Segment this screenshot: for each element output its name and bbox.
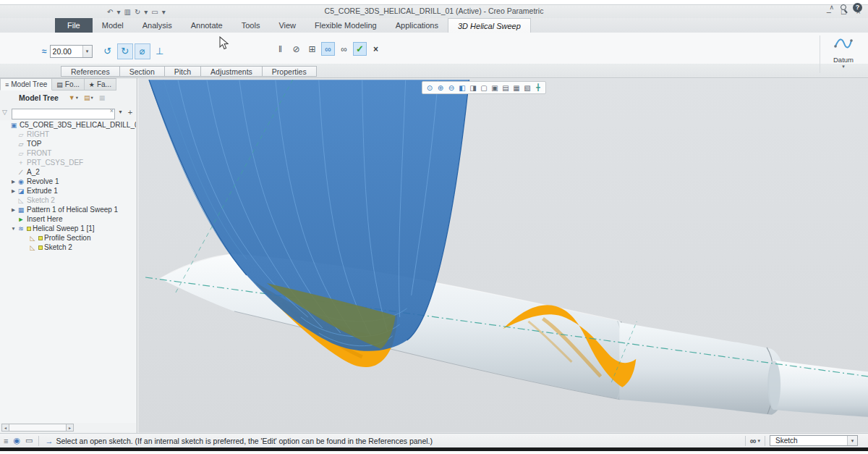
selection-filter-caret[interactable]: ▾ [847, 436, 857, 445]
no-preview-button[interactable]: ⊘ [289, 42, 303, 56]
tree-item[interactable]: ► Insert Here [0, 214, 136, 224]
expand-arrow[interactable]: ▶ [10, 188, 17, 194]
ribbon-tab[interactable]: File [55, 18, 93, 33]
through-axis-icon[interactable]: ⌀ [135, 43, 150, 59]
find-icon[interactable]: ∞ [750, 436, 757, 446]
tree-item[interactable]: ▣ C5_CORE_3DS_HELICAL_DRILL_01.PR [0, 120, 136, 130]
regenerate-icon[interactable]: ↻ [135, 7, 140, 18]
spin-center-icon[interactable]: ╋ [533, 83, 543, 93]
axis-icon: ∕ [17, 169, 25, 176]
pitch-value-input[interactable] [51, 46, 82, 57]
graphics-area[interactable]: ⊙⊕⊖◧◨▢▣▤▦▧╋ [138, 78, 868, 433]
capture-image-icon[interactable]: ▣ [490, 83, 500, 93]
pause-button[interactable]: ‖ [273, 42, 287, 56]
tree-item[interactable]: + PRT_CSYS_DEF [0, 158, 136, 167]
panel-tab[interactable]: Section [119, 66, 165, 77]
tree-item[interactable]: ▱ TOP [0, 139, 136, 148]
ribbon-tab[interactable]: Analysis [133, 18, 182, 33]
tab-folder-browser[interactable]: ▤ Fo... [52, 78, 85, 91]
tree-item[interactable]: ▱ FRONT [0, 148, 136, 158]
expand-arrow[interactable]: ▼ [10, 226, 17, 231]
web-browser-icon[interactable]: ◉ [13, 436, 20, 445]
tree-item[interactable]: ▶ ◪ Extrude 1 [0, 186, 136, 196]
full-window-icon[interactable]: ▭ [25, 436, 33, 445]
command-search-icon[interactable] [841, 4, 846, 10]
tree-item[interactable]: ∕ A_2 [0, 167, 136, 177]
helical-sweep-dashboard: ≈ ▾ ↺↻⌀⊥ ‖⊘⊞∞∞✓× [0, 33, 868, 64]
navigator-panel: ≡ Model Tree ▤ Fo... ★ Fa... Model Tree [0, 78, 137, 433]
panel-tab[interactable]: Adjustments [200, 66, 263, 77]
display-style-icon[interactable]: ◨ [468, 83, 478, 93]
scroll-left-arrow[interactable]: ◂ [1, 424, 9, 432]
window-icon[interactable]: ▭ [151, 7, 158, 18]
capture-icon[interactable]: ▥ [124, 7, 130, 18]
panel-tab[interactable]: Pitch [164, 66, 201, 77]
find-caret[interactable]: ▾ [757, 438, 760, 444]
datum-plane-icon: ▱ [17, 140, 25, 148]
tree-item[interactable]: ▱ RIGHT [0, 130, 136, 139]
datum-spline-icon[interactable] [834, 35, 853, 52]
search-options-caret[interactable]: ▾ [116, 109, 124, 115]
tree-item[interactable]: ▼ ≋ b Helical Sweep 1 [1] [0, 224, 136, 233]
attached-preview-button[interactable]: ∞ [321, 42, 335, 56]
ribbon-tab[interactable]: Applications [386, 18, 448, 33]
cancel-button[interactable]: × [369, 42, 383, 56]
right-handed-icon[interactable]: ↻ [117, 43, 133, 59]
help-icon[interactable]: ? [853, 3, 862, 12]
ok-button[interactable]: ✓ [353, 42, 367, 56]
tree-toolbar-icons: ▼ ▾ ▤ ▾ ▦ [69, 94, 106, 101]
pitch-dropdown-arrow[interactable]: ▾ [82, 46, 92, 57]
zoom-in-icon[interactable]: ⊕ [435, 83, 446, 93]
tree-item[interactable]: ◺ b Sketch 2 [0, 243, 136, 252]
tree-horizontal-scrollbar[interactable]: ◂ ▸ [1, 424, 74, 432]
panel-tab[interactable]: Properties [262, 66, 317, 77]
annotation-display-icon[interactable]: ▧ [522, 83, 532, 93]
tree-item[interactable]: ▶ ◉ Revolve 1 [0, 177, 136, 186]
dropdown-caret[interactable]: ▾ [76, 95, 78, 101]
tree-item[interactable]: ◺ b Profile Section [0, 233, 136, 243]
ribbon-tab[interactable]: Annotate [182, 18, 232, 33]
selection-filter-combo[interactable]: Sketch ▾ [770, 435, 858, 446]
minimize-ribbon-icon[interactable]: ∧ [829, 4, 834, 11]
filter-funnel-icon[interactable]: ▽ [2, 109, 10, 116]
scroll-right-arrow[interactable]: ▸ [66, 424, 74, 432]
undo-icon[interactable]: ↶ [107, 7, 113, 18]
tree-item-label: Pattern 1 of Helical Sweep 1 [27, 206, 118, 214]
feature-options-button[interactable]: ⊞ [305, 42, 319, 56]
model-tree-title: Model Tree [19, 93, 59, 102]
regenerate-menu-arrow[interactable]: ▾ [144, 7, 148, 18]
datum-group-arrow[interactable]: ▾ [823, 64, 864, 70]
refit-icon[interactable]: ⊙ [425, 83, 435, 93]
repaint-icon[interactable]: ◧ [457, 83, 467, 93]
tree-item-label: Insert Here [27, 215, 62, 223]
undo-menu-arrow[interactable]: ▾ [116, 7, 120, 18]
tab-model-tree[interactable]: ≡ Model Tree [0, 78, 52, 91]
dropdown-caret[interactable]: ▾ [91, 95, 93, 101]
expand-arrow[interactable]: ▶ [10, 207, 17, 213]
verify-button[interactable]: ∞ [337, 42, 351, 56]
left-handed-icon[interactable]: ↺ [100, 43, 116, 59]
ribbon-tab[interactable]: Tools [232, 18, 270, 33]
ribbon-tab[interactable]: View [269, 18, 305, 33]
perspective-icon[interactable]: ▢ [479, 83, 489, 93]
model-3d-view[interactable] [138, 78, 868, 433]
tab-favorites[interactable]: ★ Fa... [85, 78, 116, 91]
saved-orientations-icon[interactable]: ▤ [501, 83, 511, 93]
ribbon-tab[interactable]: Flexible Modeling [305, 18, 386, 33]
tree-item[interactable]: ▶ ▦ Pattern 1 of Helical Sweep 1 [0, 205, 136, 214]
datum-display-icon[interactable]: ▦ [511, 83, 522, 93]
navigator-toggle-icon[interactable]: ≡ [4, 437, 8, 445]
expand-search-icon[interactable]: + [126, 108, 135, 117]
normal-to-trajectory-icon[interactable]: ⊥ [152, 43, 168, 59]
zoom-out-icon[interactable]: ⊖ [446, 83, 456, 93]
find-tool[interactable]: ∞ ▾ [750, 436, 760, 446]
clear-search-icon[interactable]: × [110, 107, 114, 114]
ribbon-tab[interactable]: 3D Helical Sweep [448, 18, 531, 33]
customize-qat-arrow[interactable]: ▾ [162, 7, 166, 18]
panel-tab[interactable]: References [61, 66, 120, 77]
ribbon-tab[interactable]: Model [93, 18, 133, 33]
tree-search-input[interactable] [12, 109, 115, 119]
tree-item[interactable]: ◺ Sketch 2 [0, 196, 136, 205]
expand-arrow[interactable]: ▶ [10, 179, 17, 185]
scroll-track[interactable] [9, 424, 66, 432]
